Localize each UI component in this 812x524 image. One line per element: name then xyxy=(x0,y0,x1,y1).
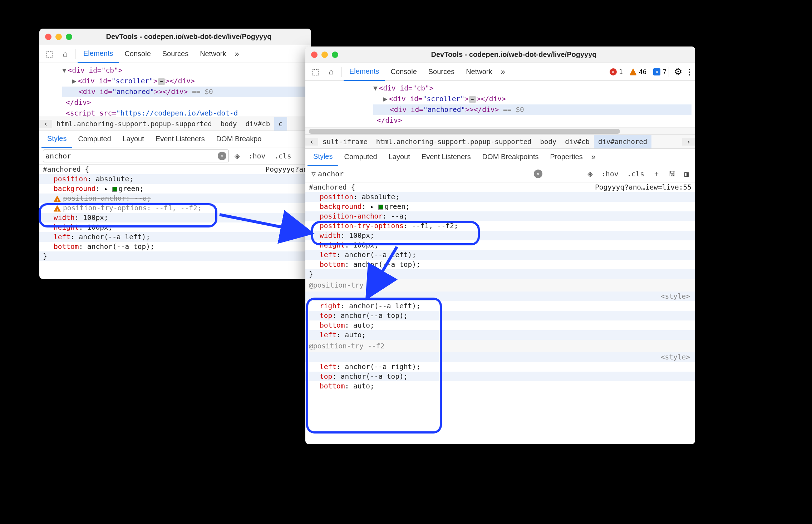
hov-toggle[interactable]: :hov xyxy=(599,170,621,178)
clear-filter-icon[interactable]: ✕ xyxy=(218,152,226,160)
styles-tabbar: Styles Computed Layout Event Listeners D… xyxy=(39,131,311,147)
device-toggle-icon[interactable]: ⌂ xyxy=(57,49,73,59)
styles-pane[interactable]: #anchored {Pogyyyq?ano…iew=live:55 posit… xyxy=(305,182,695,391)
minimize-icon[interactable] xyxy=(321,52,328,58)
filter-input-wrap[interactable]: ▽ ✕ xyxy=(309,167,545,180)
titlebar[interactable]: DevTools - codepen.io/web-dot-dev/live/P… xyxy=(39,29,311,45)
horizontal-scrollbar[interactable] xyxy=(305,127,695,134)
dom-node-selected[interactable]: <div id="anchored">></div> == $0 xyxy=(373,104,692,115)
layers-icon[interactable]: ◈ xyxy=(232,151,242,161)
tab-event-listeners[interactable]: Event Listeners xyxy=(416,148,477,166)
position-try-rule-header[interactable]: @position-try --f2 xyxy=(305,340,695,352)
warning-icon xyxy=(630,68,637,75)
close-icon[interactable] xyxy=(45,34,51,40)
crumb-current[interactable]: c xyxy=(274,117,287,131)
color-swatch-icon[interactable] xyxy=(378,205,383,210)
source-link[interactable]: Pogyyyq?an xyxy=(266,165,307,174)
crumb-next[interactable]: › xyxy=(682,138,695,146)
cls-toggle[interactable]: .cls xyxy=(271,152,294,160)
hov-toggle[interactable]: :hov xyxy=(245,152,268,160)
sidebar-toggle-icon[interactable]: ◨ xyxy=(681,170,692,178)
layers-icon[interactable]: ◈ xyxy=(585,169,595,179)
crumb-current[interactable]: div#anchored xyxy=(594,135,651,148)
tab-elements[interactable]: Elements xyxy=(344,63,385,81)
tab-dom-breakpoints[interactable]: DOM Breakpoints xyxy=(477,148,545,166)
devtools-window-before: DevTools - codepen.io/web-dot-dev/live/P… xyxy=(39,29,311,279)
inspect-icon[interactable]: ⬚ xyxy=(307,67,323,77)
tab-computed[interactable]: Computed xyxy=(72,130,117,148)
dom-node[interactable]: <div id="cb"> xyxy=(379,84,434,92)
tab-console[interactable]: Console xyxy=(385,63,422,81)
css-selector[interactable]: #anchored { xyxy=(43,165,89,174)
dom-tree[interactable]: ⋯ ▼<div id="cb"> ▶<div id="scroller">⋯><… xyxy=(39,63,311,117)
crumb-html[interactable]: html.anchoring-support.popup-supported xyxy=(372,135,536,148)
filter-input[interactable] xyxy=(45,152,218,160)
color-swatch-icon[interactable] xyxy=(112,187,117,192)
crumb-prev[interactable]: ‹ xyxy=(305,138,318,146)
crumb-iframe[interactable]: sult-iframe xyxy=(318,135,372,148)
styles-tabbar: Styles Computed Layout Event Listeners D… xyxy=(305,149,695,165)
crumb-prev[interactable]: ‹ xyxy=(39,120,52,128)
tab-sources[interactable]: Sources xyxy=(423,63,460,81)
crumb-html[interactable]: html.anchoring-support.popup-supported xyxy=(52,117,216,131)
tab-sources[interactable]: Sources xyxy=(157,45,194,63)
css-selector[interactable]: #anchored { xyxy=(309,182,355,192)
titlebar[interactable]: DevTools - codepen.io/web-dot-dev/live/P… xyxy=(305,46,695,63)
cls-toggle[interactable]: .cls xyxy=(624,170,647,178)
styles-pane[interactable]: #anchored {Pogyyyq?an position: absolute… xyxy=(39,165,311,261)
tab-elements[interactable]: Elements xyxy=(78,45,119,63)
breadcrumb[interactable]: ‹ sult-iframe html.anchoring-support.pop… xyxy=(305,134,695,149)
main-tabs: ⬚ ⌂ Elements Console Sources Network » xyxy=(39,45,311,63)
ellipsis-icon[interactable]: ⋯ xyxy=(469,96,477,103)
new-rule-icon[interactable]: ＋ xyxy=(650,169,663,178)
computed-toggle-icon[interactable]: 🖫 xyxy=(666,170,679,178)
tab-computed[interactable]: Computed xyxy=(338,148,383,166)
window-title: DevTools - codepen.io/web-dot-dev/live/P… xyxy=(338,50,689,59)
crumb-divcb[interactable]: div#cb xyxy=(241,117,274,131)
tab-event-listeners[interactable]: Event Listeners xyxy=(150,130,211,148)
clear-filter-icon[interactable]: ✕ xyxy=(534,170,542,178)
tab-layout[interactable]: Layout xyxy=(117,130,150,148)
inspect-icon[interactable]: ⬚ xyxy=(41,49,57,59)
tab-console[interactable]: Console xyxy=(119,45,156,63)
crumb-body[interactable]: body xyxy=(216,117,241,131)
filter-input-wrap[interactable]: ✕ xyxy=(43,150,229,162)
tab-network[interactable]: Network xyxy=(460,63,498,81)
warning-icon xyxy=(54,205,61,212)
styles-filter-row: ▽ ✕ ◈ :hov .cls ＋ 🖫 ◨ xyxy=(305,165,695,182)
window-title: DevTools - codepen.io/web-dot-dev/live/P… xyxy=(72,33,305,41)
gear-icon[interactable]: ⚙ xyxy=(674,66,682,77)
style-source-link[interactable]: <style> xyxy=(305,292,695,301)
source-link[interactable]: Pogyyyq?ano…iew=live:55 xyxy=(595,182,692,192)
warning-icon xyxy=(54,196,61,202)
issue-badges[interactable]: ✕1 46 ✕7 xyxy=(610,68,666,75)
tab-styles[interactable]: Styles xyxy=(307,148,338,166)
zoom-icon[interactable] xyxy=(332,52,338,58)
main-tabs: ⬚ ⌂ Elements Console Sources Network » ✕… xyxy=(305,63,695,81)
tab-network[interactable]: Network xyxy=(194,45,232,63)
minimize-icon[interactable] xyxy=(55,34,62,40)
tab-styles[interactable]: Styles xyxy=(41,130,72,148)
tab-dom-breakpoints[interactable]: DOM Breakpo xyxy=(211,130,267,148)
kebab-menu-icon[interactable]: ⋮ xyxy=(685,67,693,77)
crumb-divcb[interactable]: div#cb xyxy=(561,135,594,148)
style-source-link[interactable]: <style> xyxy=(305,352,695,362)
breadcrumb[interactable]: ‹ html.anchoring-support.popup-supported… xyxy=(39,117,311,131)
tab-properties[interactable]: Properties xyxy=(545,148,589,166)
filter-icon: ▽ xyxy=(311,170,316,178)
filter-input[interactable] xyxy=(318,170,534,178)
device-toggle-icon[interactable]: ⌂ xyxy=(323,67,339,77)
more-tabs-icon[interactable]: » xyxy=(498,67,508,77)
position-try-rule-header[interactable]: @position-try --f1 xyxy=(305,279,695,292)
more-subtabs-icon[interactable]: » xyxy=(589,152,599,162)
dom-node[interactable]: <div id="cb"> xyxy=(68,66,123,74)
zoom-icon[interactable] xyxy=(66,34,72,40)
devtools-window-after: DevTools - codepen.io/web-dot-dev/live/P… xyxy=(305,46,695,444)
crumb-body[interactable]: body xyxy=(536,135,561,148)
more-tabs-icon[interactable]: » xyxy=(232,49,242,59)
ellipsis-icon[interactable]: ⋯ xyxy=(158,78,166,85)
dom-tree[interactable]: ▼<div id="cb"> ▶<div id="scroller">⋯></d… xyxy=(305,81,695,127)
dom-node-selected[interactable]: <div id="anchored">></div> == $0 xyxy=(62,87,307,97)
close-icon[interactable] xyxy=(311,52,318,58)
tab-layout[interactable]: Layout xyxy=(383,148,416,166)
